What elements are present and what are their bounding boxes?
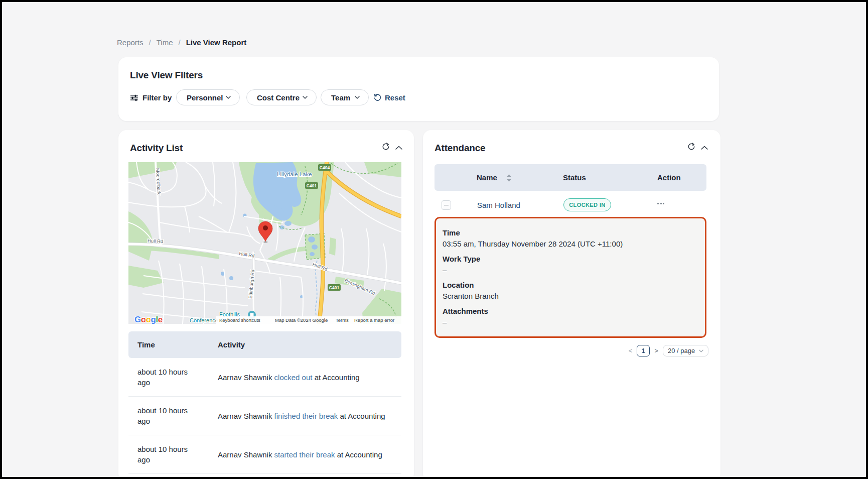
detail-field: Time 03:55 am, Thursday November 28 2024…	[443, 228, 697, 249]
map-data-attribution: Map Data ©2024 Google	[275, 317, 328, 323]
filter-sliders-icon	[130, 94, 138, 104]
breadcrumb-current: Live View Report	[186, 38, 247, 47]
activity-list-card: Activity List	[118, 130, 414, 477]
detail-value: 03:55 am, Thursday November 28 2024 (UTC…	[443, 239, 697, 249]
attendance-header-name: Name	[477, 173, 497, 182]
map-report-error-link[interactable]: Report a map error	[354, 317, 394, 323]
detail-label: Attachments	[443, 306, 697, 316]
reset-icon	[374, 94, 381, 101]
attendance-detail-panel: Time 03:55 am, Thursday November 28 2024…	[435, 217, 706, 338]
chevron-down-icon	[699, 349, 703, 352]
detail-value: Scranton Branch	[443, 291, 697, 301]
road-label-hull-1: Hull Rd	[148, 238, 164, 244]
activity-suffix: at Accounting	[340, 412, 385, 420]
sort-icon[interactable]	[506, 174, 512, 184]
reset-label: Reset	[385, 93, 405, 102]
pagination: < 1 > 20 / page	[629, 345, 708, 356]
detail-field: Attachments –	[443, 306, 697, 327]
activity-actor: Aarnav Shawnik	[218, 450, 272, 459]
personnel-filter-button[interactable]: Personnel	[176, 89, 240, 105]
activity-suffix: at Accounting	[337, 450, 382, 459]
refresh-icon[interactable]	[687, 142, 696, 151]
detail-label: Work Type	[443, 254, 697, 264]
chevron-down-icon	[226, 96, 231, 99]
activity-row-time: about 10 hours ago	[137, 367, 192, 388]
activity-row: about 10 hours ago Aarnav Shawnik starte…	[128, 435, 401, 474]
activity-actor: Aarnav Shawnik	[218, 412, 272, 420]
activity-row: about 10 hours ago Aarnav Shawnik finish…	[128, 397, 401, 435]
breadcrumb-separator: /	[178, 38, 180, 47]
pagination-prev[interactable]: <	[629, 347, 633, 354]
activity-suffix: at Accounting	[315, 373, 360, 382]
page-size-select[interactable]: 20 / page	[663, 345, 708, 356]
detail-value: –	[443, 317, 697, 327]
attendance-person-link[interactable]: Sam Holland	[477, 201, 520, 209]
activity-header-activity: Activity	[218, 340, 401, 349]
road-badge-c404: C404	[318, 164, 331, 171]
refresh-icon[interactable]	[381, 142, 390, 151]
activity-action-link[interactable]: clocked out	[274, 373, 313, 382]
status-badge: CLOCKED IN	[563, 198, 611, 211]
attendance-header-action: Action	[657, 173, 681, 182]
collapse-row-button[interactable]	[442, 200, 451, 210]
road-badge-c401-2: C401	[328, 284, 341, 291]
activity-action-link[interactable]: finished their break	[274, 412, 338, 420]
team-filter-label: Team	[331, 93, 350, 102]
chevron-down-icon	[303, 96, 308, 99]
detail-field: Work Type –	[443, 254, 697, 275]
activity-header-time: Time	[128, 340, 218, 349]
lake-label: Lillydale Lake	[277, 171, 312, 177]
page-size-value: 20 / page	[668, 347, 695, 354]
svg-text:C401: C401	[329, 285, 340, 290]
detail-value: –	[443, 265, 697, 275]
activity-table-header: Time Activity	[128, 331, 401, 358]
cost-centre-filter-label: Cost Centre	[257, 93, 300, 102]
detail-label: Time	[443, 228, 697, 237]
pagination-page-1[interactable]: 1	[637, 345, 650, 356]
map[interactable]: Lillydale Lake Mooroolbark Hull Rd Hull …	[128, 162, 401, 324]
chevron-down-icon	[355, 96, 360, 99]
detail-label: Location	[443, 280, 697, 290]
activity-action-link[interactable]: started their break	[274, 450, 335, 459]
attendance-title: Attendance	[435, 143, 485, 154]
svg-text:C401: C401	[307, 183, 317, 188]
row-actions-menu[interactable]	[657, 203, 664, 204]
attendance-table-header: Name Status Action	[435, 164, 706, 191]
attendance-row: Sam Holland CLOCKED IN	[435, 191, 706, 217]
attendance-card: Attendance Name Status Action Sam Hollan…	[423, 130, 720, 477]
filter-by-label: Filter by	[142, 93, 172, 102]
map-terms-link[interactable]: Terms	[336, 317, 349, 323]
activity-table: Time Activity about 10 hours ago Aarnav …	[128, 331, 401, 474]
filters-title: Live View Filters	[130, 70, 203, 81]
activity-row: about 10 hours ago Aarnav Shawnik clocke…	[128, 358, 401, 397]
reset-filters-button[interactable]: Reset	[374, 93, 405, 102]
activity-row-time: about 10 hours ago	[137, 405, 192, 426]
google-logo[interactable]: Google	[134, 315, 163, 324]
detail-field: Location Scranton Branch	[443, 280, 697, 301]
collapse-icon[interactable]	[394, 143, 403, 152]
collapse-icon[interactable]	[700, 143, 709, 152]
activity-actor: Aarnav Shawnik	[218, 373, 272, 382]
attendance-header-status: Status	[563, 173, 586, 182]
page: Reports / Time / Live View Report Live V…	[2, 2, 866, 477]
live-view-filters-card: Live View Filters Filter by Personnel Co…	[118, 57, 719, 121]
activity-list-title: Activity List	[130, 143, 183, 154]
activity-row-time: about 10 hours ago	[137, 444, 192, 465]
svg-text:C404: C404	[320, 165, 330, 170]
breadcrumb-time[interactable]: Time	[157, 38, 173, 47]
personnel-filter-label: Personnel	[187, 93, 223, 102]
team-filter-button[interactable]: Team	[321, 89, 369, 105]
pagination-next[interactable]: >	[654, 347, 658, 354]
cost-centre-filter-button[interactable]: Cost Centre	[246, 89, 317, 105]
map-keyboard-shortcuts-link[interactable]: Keyboard shortcuts	[219, 317, 260, 323]
breadcrumb-reports[interactable]: Reports	[117, 38, 143, 47]
road-badge-c401: C401	[305, 182, 318, 189]
breadcrumb-separator: /	[149, 38, 151, 47]
breadcrumb: Reports / Time / Live View Report	[117, 38, 246, 47]
